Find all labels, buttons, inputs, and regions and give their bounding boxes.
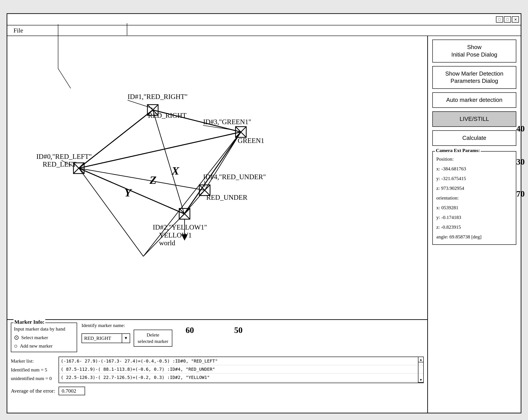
calculate-button[interactable]: Calculate (432, 130, 516, 146)
svg-text:ID#1,"RED_RIGHT": ID#1,"RED_RIGHT" (128, 93, 188, 100)
minimize-button[interactable]: □ (496, 16, 503, 23)
camera-params-label: Camera Ext Params: (435, 148, 481, 153)
identify-section: Identify marker name: RED_RIGHT ▼ Delete… (82, 323, 424, 347)
show-initial-pose-button[interactable]: Show Initial Pose Dialog (432, 39, 516, 62)
svg-line-10 (79, 168, 143, 256)
average-error-label: Average of the error: (11, 388, 55, 394)
marker-list-labels: Marker list: Identified num = 5 unidenti… (11, 357, 55, 383)
marker-dropdown[interactable]: RED_RIGHT ▼ (82, 333, 130, 343)
pos-z: z: 973.902954 (436, 183, 512, 193)
svg-text:X: X (171, 164, 180, 177)
position-label: Position: (436, 154, 512, 164)
window-controls: □ □ ✕ (496, 16, 519, 23)
right-panel: Show Initial Pose Dialog Show Marler Det… (428, 36, 521, 413)
svg-text:ID#4,"RED_UNDER": ID#4,"RED_UNDER" (203, 173, 266, 181)
svg-text:GREEN1: GREEN1 (238, 137, 264, 144)
svg-text:RED_UNDER: RED_UNDER (206, 193, 247, 201)
annotation-40: 40 (516, 124, 525, 133)
close-button[interactable]: ✕ (512, 16, 519, 23)
params-content: Position: x: -384.681763 y: -321.675415 … (436, 154, 512, 242)
show-marker-detection-button[interactable]: Show Marler Detection Parameters Dialog (432, 66, 516, 89)
input-label: Input marker data by hand (14, 325, 74, 333)
title-bar: □ □ ✕ (7, 14, 521, 25)
menu-bar: File (7, 25, 521, 36)
angle: angle: 69.858738 [deg] (436, 232, 512, 242)
annotation-70: 70 (516, 189, 525, 199)
svg-line-49 (203, 125, 236, 131)
file-menu[interactable]: File (11, 26, 26, 35)
svg-text:RED_LEFT: RED_LEFT (43, 160, 76, 168)
svg-text:world: world (159, 239, 175, 247)
live-still-button[interactable]: LIVE/STILL (432, 111, 516, 127)
camera-params-box: Camera Ext Params: Position: x: -384.681… (432, 151, 516, 245)
marker-info-box: Marker Info: Input marker data by hand ⊙… (11, 323, 77, 352)
delete-marker-button[interactable]: Delete selected marker (134, 330, 172, 347)
main-window: □ □ ✕ File (7, 13, 521, 413)
select-marker-label: Select marker (21, 335, 48, 340)
left-panel: X Y Z ID#0,"RED_LEFT" RED_LEFT ID#1,"RED… (7, 36, 428, 413)
error-value: 0.7002 (59, 387, 85, 395)
annotation-30: 30 (516, 157, 525, 167)
svg-text:Z: Z (149, 174, 156, 186)
pos-x: x: -384.681763 (436, 164, 512, 174)
svg-text:ID#0,"RED_LEFT": ID#0,"RED_LEFT" (36, 153, 92, 160)
svg-text:ID#2,"YELLOW1": ID#2,"YELLOW1" (153, 223, 207, 231)
add-marker-radio[interactable]: ○ Add new marker (14, 342, 74, 349)
identify-label: Identify marker name: (82, 323, 424, 328)
dropdown-value: RED_RIGHT (82, 335, 122, 341)
svg-text:RED_RIGHT: RED_RIGHT (148, 112, 186, 119)
auto-marker-detection-button[interactable]: Auto marker detection (432, 92, 516, 108)
dropdown-arrow-icon[interactable]: ▼ (122, 334, 130, 343)
select-marker-radio[interactable]: ⊙ Select marker (14, 334, 74, 341)
scroll-up-button[interactable]: ▲ (419, 357, 423, 362)
main-content: X Y Z ID#0,"RED_LEFT" RED_LEFT ID#1,"RED… (7, 36, 521, 413)
viewport[interactable]: X Y Z ID#0,"RED_LEFT" RED_LEFT ID#1,"RED… (7, 36, 427, 320)
marker-list-section: Marker list: Identified num = 5 unidenti… (11, 357, 424, 383)
pos-y: y: -321.675415 (436, 174, 512, 183)
add-marker-label: Add new marker (20, 343, 53, 349)
svg-line-13 (79, 168, 205, 190)
list-item: ( 22.5-126.3)-( 22.7-126.5)=(-0.2, 0.3) … (59, 373, 423, 382)
svg-text:ID#3,"GREEN1": ID#3,"GREEN1" (203, 118, 251, 126)
svg-line-15 (205, 132, 241, 190)
list-item: (-167.6- 27.9)-(-167.3- 27.4)=(-0.4,-0.5… (59, 357, 423, 365)
svg-line-9 (153, 110, 184, 214)
marker-info-label: Marker Info: (13, 319, 45, 325)
orient-z: z: -0.823915 (436, 222, 512, 232)
annotation-60: 60 (186, 325, 194, 335)
maximize-button[interactable]: □ (504, 16, 511, 23)
marker-list-box: (-167.6- 27.9)-(-167.3- 27.4)=(-0.4,-0.5… (59, 357, 424, 383)
svg-line-8 (79, 168, 184, 214)
orient-x: x: 0539281 (436, 203, 512, 213)
scroll-down-button[interactable]: ▼ (419, 377, 423, 383)
bottom-panel: Marker Info: Input marker data by hand ⊙… (7, 320, 427, 413)
list-item: ( 87.5-112.9)-( 88.1-113.8)=(-0.6, 0.7) … (59, 365, 423, 373)
average-error-row: Average of the error: 0.7002 (11, 387, 424, 395)
annotation-50: 50 (234, 325, 242, 335)
list-scrollbar: ▲ ▼ (418, 357, 423, 383)
orient-y: y: -0.174183 (436, 213, 512, 222)
svg-text:Y: Y (124, 186, 132, 199)
orientation-label: orientation: (436, 193, 512, 203)
svg-text:YELLOW1: YELLOW1 (159, 231, 192, 239)
radio-group: ⊙ Select marker ○ Add new marker (14, 334, 74, 349)
